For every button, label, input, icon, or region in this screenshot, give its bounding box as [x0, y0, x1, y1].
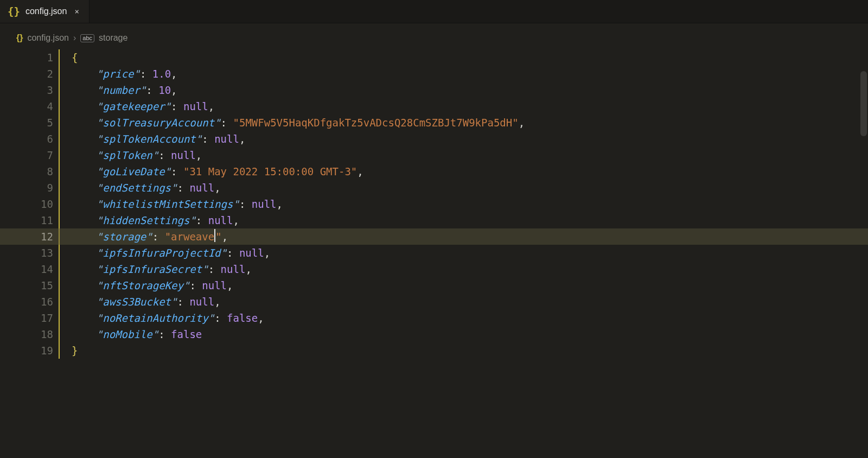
- code-area[interactable]: { "price": 1.0, "number": 10, "gatekeepe…: [66, 49, 868, 359]
- code-line[interactable]: "goLiveDate": "31 May 2022 15:00:00 GMT-…: [72, 163, 868, 180]
- code-line[interactable]: "hiddenSettings": null,: [72, 212, 868, 228]
- line-number: 16: [0, 294, 53, 310]
- code-line[interactable]: "number": 10,: [72, 82, 868, 98]
- code-line[interactable]: "ipfsInfuraSecret": null,: [72, 261, 868, 277]
- line-number: 5: [0, 114, 53, 131]
- breadcrumb-field[interactable]: storage: [99, 33, 127, 43]
- line-number: 7: [0, 147, 53, 163]
- tab-config-json[interactable]: {} config.json ×: [0, 0, 90, 23]
- line-number: 19: [0, 342, 53, 359]
- json-braces-icon: {}: [16, 33, 23, 43]
- code-line[interactable]: "endSettings": null,: [72, 180, 868, 196]
- code-line[interactable]: "ipfsInfuraProjectId": null,: [72, 245, 868, 261]
- line-number: 15: [0, 277, 53, 294]
- line-number: 11: [0, 212, 53, 228]
- tab-filename: config.json: [25, 7, 67, 16]
- code-line[interactable]: "awsS3Bucket": null,: [72, 294, 868, 310]
- code-line[interactable]: "storage": "arweave",: [72, 228, 868, 245]
- line-number: 18: [0, 326, 53, 342]
- line-number: 6: [0, 131, 53, 147]
- modified-gutter-stripe: [59, 49, 60, 359]
- line-number: 8: [0, 163, 53, 180]
- json-braces-icon: {}: [8, 5, 20, 17]
- code-line[interactable]: "whitelistMintSettings": null,: [72, 196, 868, 212]
- line-number: 2: [0, 66, 53, 82]
- string-field-icon: abc: [80, 34, 94, 42]
- line-number: 13: [0, 245, 53, 261]
- code-line[interactable]: "noMobile": false: [72, 326, 868, 342]
- editor[interactable]: 12345678910111213141516171819 { "price":…: [0, 47, 868, 359]
- code-line[interactable]: "noRetainAuthority": false,: [72, 310, 868, 326]
- code-line[interactable]: "solTreasuryAccount": "5MWFw5V5HaqKDfgak…: [72, 114, 868, 131]
- code-line[interactable]: "gatekeeper": null,: [72, 98, 868, 114]
- code-line[interactable]: "splTokenAccount": null,: [72, 131, 868, 147]
- line-number: 4: [0, 98, 53, 114]
- code-line[interactable]: "price": 1.0,: [72, 66, 868, 82]
- close-icon[interactable]: ×: [72, 6, 81, 17]
- line-number: 9: [0, 180, 53, 196]
- breadcrumb: {} config.json › abc storage: [0, 23, 868, 47]
- line-number-gutter: 12345678910111213141516171819: [0, 49, 66, 359]
- breadcrumb-separator: ›: [73, 33, 76, 43]
- line-number: 14: [0, 261, 53, 277]
- line-number: 10: [0, 196, 53, 212]
- line-number: 3: [0, 82, 53, 98]
- code-line[interactable]: "splToken": null,: [72, 147, 868, 163]
- code-line[interactable]: "nftStorageKey": null,: [72, 277, 868, 294]
- breadcrumb-file[interactable]: config.json: [27, 33, 69, 43]
- tabbar: {} config.json ×: [0, 0, 868, 23]
- line-number: 17: [0, 310, 53, 326]
- line-number: 1: [0, 49, 53, 66]
- line-number: 12: [0, 228, 53, 245]
